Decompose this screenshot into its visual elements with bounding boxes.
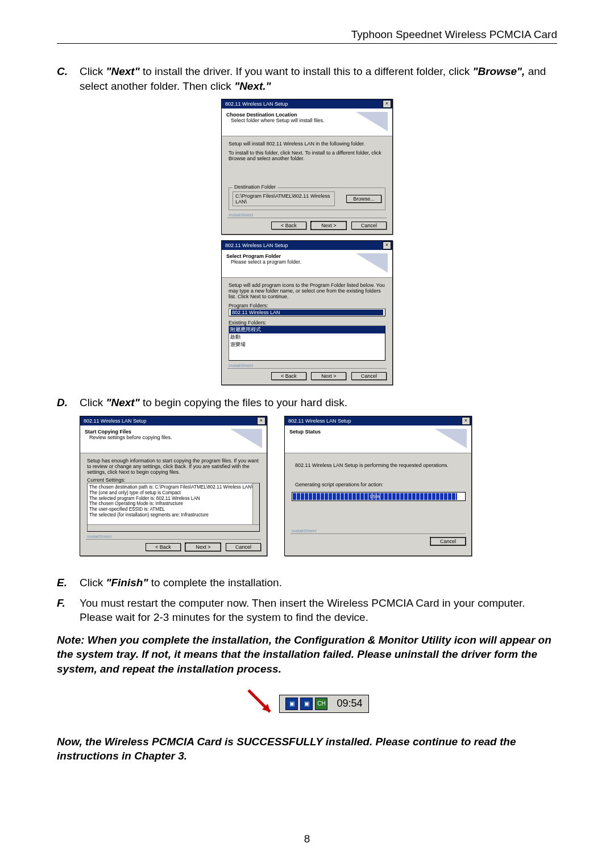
- list-item[interactable]: 遊樂場: [229, 341, 385, 348]
- program-folder-input[interactable]: 802.11 Wireless LAN: [229, 308, 385, 316]
- program-folders-label: Program Folders:: [229, 303, 385, 308]
- settings-line: The selected program Folder is: 802.11 W…: [89, 496, 258, 502]
- existing-folders-list[interactable]: 附屬應用程式 啟動 遊樂場: [229, 326, 385, 361]
- tray-ime-icon[interactable]: CH: [315, 698, 327, 710]
- list-item[interactable]: 啟動: [229, 333, 385, 341]
- back-button[interactable]: < Back: [146, 543, 181, 551]
- step-e-post: to complete the installation.: [148, 577, 282, 589]
- step-c-q2: "Browse",: [472, 65, 525, 77]
- step-c: C. Click "Next" to install the driver. I…: [57, 64, 557, 93]
- browse-button[interactable]: Browse...: [346, 195, 381, 203]
- dlg4-line2: Generating script operations for action:: [295, 482, 464, 487]
- tray-network-icon[interactable]: ▣: [300, 698, 313, 710]
- arrow-icon: [245, 687, 279, 721]
- settings-line: The chosen destination path is: C:\Progr…: [89, 485, 258, 490]
- close-icon[interactable]: ×: [383, 241, 391, 249]
- step-c-text: Click "Next" to install the driver. If y…: [80, 64, 557, 93]
- step-e-pre: Click: [80, 577, 106, 589]
- dlg1-panel: Choose Destination Location Select folde…: [222, 108, 392, 136]
- step-e-text: Click "Finish" to complete the installat…: [80, 575, 557, 590]
- settings-line: The user-specified ESSID is: ATMEL: [89, 507, 258, 512]
- header-product: Typhoon Speednet Wireless PCMCIA Card: [57, 28, 557, 44]
- step-d-text: Click "Next" to begin copying the files …: [80, 395, 557, 410]
- step-c-letter: C.: [57, 64, 80, 93]
- system-tray-figure: ▣ ▣ CH 09:54: [57, 687, 557, 721]
- next-button[interactable]: Next >: [311, 372, 346, 380]
- list-item[interactable]: 附屬應用程式: [229, 326, 385, 333]
- note-success: Now, the Wireless PCMCIA Card is SUCCESS…: [57, 735, 557, 763]
- step-e: E. Click "Finish" to complete the instal…: [57, 575, 557, 590]
- panel-decor: [356, 253, 388, 273]
- tray-clock: 09:54: [337, 698, 362, 710]
- dialog-setup-status: 802.11 Wireless LAN Setup × Setup Status…: [284, 416, 472, 556]
- dlg2-sub: Please select a program folder.: [231, 259, 301, 265]
- dlg4-heading: Setup Status: [289, 429, 321, 435]
- cancel-button[interactable]: Cancel: [351, 222, 387, 229]
- page-number: 8: [0, 833, 614, 845]
- dlg1-line1: Setup will install 802.11 Wireless LAN i…: [229, 141, 385, 147]
- panel-decor: [230, 429, 262, 448]
- current-settings-label: Current Settings:: [87, 477, 260, 483]
- destination-folder-group: Destination Folder C:\Program Files\ATME…: [229, 187, 385, 210]
- settings-line: The chosen Operating Mode is: Infrastruc…: [89, 501, 258, 507]
- cancel-button[interactable]: Cancel: [226, 543, 261, 551]
- settings-line: The (one and only) type of setup is Comp…: [89, 490, 258, 496]
- panel-decor: [435, 429, 467, 448]
- step-d: D. Click "Next" to begin copying the fil…: [57, 395, 557, 410]
- step-e-letter: E.: [57, 575, 80, 590]
- dlg3-title: 802.11 Wireless LAN Setup: [84, 418, 147, 424]
- dlg2-line1: Setup will add program icons to the Prog…: [229, 282, 385, 299]
- current-settings-box[interactable]: The chosen destination path is: C:\Progr…: [87, 483, 260, 532]
- dialog-start-copying: 802.11 Wireless LAN Setup × Start Copyin…: [80, 416, 267, 556]
- step-d-q: "Next": [106, 397, 139, 408]
- step-c-mid: to install the driver. If you want to in…: [140, 65, 473, 77]
- installshield-brand: InstallShield: [285, 528, 471, 533]
- installshield-brand: InstallShield: [80, 534, 267, 539]
- cancel-button[interactable]: Cancel: [430, 537, 466, 545]
- dlg3-line1: Setup has enough information to start co…: [87, 458, 260, 475]
- settings-line: The selected (for installation) segments…: [89, 512, 258, 518]
- note-install-icon: Note: When you complete the installation…: [57, 633, 557, 677]
- close-icon[interactable]: ×: [462, 417, 470, 425]
- dlg4-line1: 802.11 Wireless LAN Setup is performing …: [295, 462, 464, 468]
- tray-utility-icon[interactable]: ▣: [285, 698, 298, 710]
- dialog-select-program-folder: 802.11 Wireless LAN Setup × Select Progr…: [221, 240, 393, 385]
- next-button[interactable]: Next >: [185, 543, 221, 551]
- progress-percent: 95%: [370, 494, 380, 499]
- dialog-choose-destination: 802.11 Wireless LAN Setup × Choose Desti…: [221, 99, 393, 235]
- step-c-q1: "Next": [106, 65, 139, 77]
- cancel-button[interactable]: Cancel: [351, 372, 387, 380]
- destination-path: C:\Program Files\ATMEL\802.11 Wireless L…: [233, 191, 335, 206]
- system-tray: ▣ ▣ CH 09:54: [279, 695, 368, 713]
- dlg1-heading: Choose Destination Location: [226, 112, 325, 118]
- dlg4-title: 802.11 Wireless LAN Setup: [288, 418, 351, 424]
- dlg2-title: 802.11 Wireless LAN Setup: [225, 243, 288, 248]
- back-button[interactable]: < Back: [271, 222, 306, 229]
- program-folder-value: 802.11 Wireless LAN: [231, 310, 383, 315]
- destination-folder-legend: Destination Folder: [233, 184, 277, 190]
- dlg1-line2: To install to this folder, click Next. T…: [229, 150, 385, 161]
- existing-folders-label: Existing Folders:: [229, 320, 385, 326]
- step-d-letter: D.: [57, 395, 80, 410]
- scrollbar[interactable]: [88, 524, 259, 531]
- step-f-text: You must restart the computer now. Then …: [80, 596, 557, 625]
- step-f: F. You must restart the computer now. Th…: [57, 596, 557, 625]
- step-d-post: to begin copying the files to your hard …: [140, 397, 347, 408]
- dlg3-heading: Start Copying Files: [85, 429, 172, 435]
- next-button[interactable]: Next >: [311, 222, 346, 229]
- progress-fill: 95%: [293, 493, 457, 500]
- step-c-q3: "Next.": [234, 80, 271, 92]
- installshield-brand: InstallShield: [222, 212, 392, 218]
- step-f-letter: F.: [57, 596, 80, 625]
- dlg1-title: 802.11 Wireless LAN Setup: [225, 101, 288, 107]
- back-button[interactable]: < Back: [271, 372, 306, 380]
- close-icon[interactable]: ×: [383, 100, 391, 108]
- dlg2-heading: Select Program Folder: [226, 253, 301, 259]
- step-d-pre: Click: [80, 397, 106, 408]
- progress-bar: 95%: [292, 492, 466, 501]
- installshield-brand: InstallShield: [222, 363, 392, 368]
- dlg3-sub: Review settings before copying files.: [89, 435, 172, 440]
- dlg1-titlebar: 802.11 Wireless LAN Setup ×: [222, 99, 392, 108]
- dlg1-sub: Select folder where Setup will install f…: [231, 118, 325, 123]
- close-icon[interactable]: ×: [257, 417, 265, 425]
